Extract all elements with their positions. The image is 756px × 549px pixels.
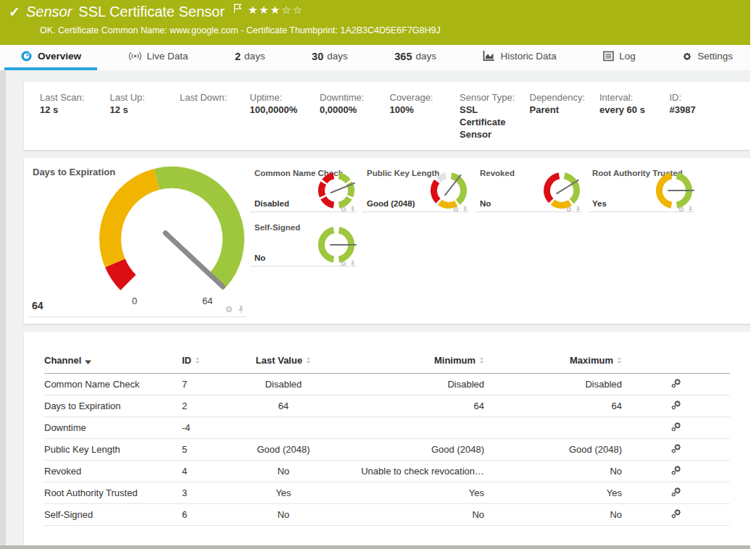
- col-header-last-value[interactable]: Last Value: [233, 351, 334, 374]
- channel-settings-gears-icon[interactable]: [670, 464, 682, 476]
- col-header-minimum[interactable]: Minimum: [334, 351, 484, 374]
- tab-live-data[interactable]: Live Data: [112, 45, 204, 70]
- gauge-pin-icon[interactable]: [237, 303, 246, 317]
- channel-maximum: Disabled: [484, 374, 622, 395]
- channel-id: 2: [182, 395, 233, 417]
- gauge-gear-icon[interactable]: [340, 203, 347, 216]
- object-kind-label: Sensor: [26, 4, 72, 20]
- channel-id: 5: [182, 439, 233, 461]
- channel-row-revoked: Revoked4NoUnable to check revocation…No: [44, 461, 730, 482]
- info-id: ID:#3987: [670, 91, 740, 150]
- col-header-id[interactable]: ID: [182, 351, 233, 374]
- info-sensor-type: Sensor Type:SSL Certificate Sensor: [460, 91, 530, 150]
- mini-gauge-panel-public-key-length: Public Key LengthGood (2048): [362, 165, 469, 212]
- channel-id: 6: [182, 504, 233, 526]
- channel-name: Downtime: [44, 417, 182, 439]
- info-downtime: Downtime:0,0000%: [320, 91, 390, 150]
- info-dependency: Dependency:Parent: [530, 91, 600, 150]
- channel-minimum: Yes: [334, 482, 484, 504]
- channel-minimum: Good (2048): [334, 439, 484, 461]
- sensor-title: SSL Certificate Sensor: [78, 4, 225, 20]
- mini-gauge-panel-common-name-check: Common Name CheckDisabled: [250, 165, 357, 212]
- mini-gauge-title: Revoked: [480, 169, 515, 177]
- gauge-gear-icon[interactable]: [678, 203, 685, 216]
- channel-name: Self-Signed: [44, 504, 182, 526]
- info-uptime: Uptime:100,0000%: [250, 91, 320, 150]
- channel-name: Public Key Length: [44, 439, 182, 461]
- gauge-gear-icon[interactable]: [340, 257, 347, 270]
- mini-gauge-panel-root-authority-trusted: Root Authority TrustedYes: [588, 165, 694, 212]
- channel-settings-cell: [622, 504, 730, 526]
- panel-divider: [29, 317, 246, 317]
- mini-gauge-value: Good (2048): [367, 199, 415, 208]
- channel-name: Days to Expiration: [44, 395, 182, 417]
- channel-settings-cell: [622, 417, 730, 439]
- tab-settings[interactable]: Settings: [666, 45, 749, 70]
- mini-gauge-value: Yes: [592, 199, 607, 208]
- gauge-pin-icon[interactable]: [462, 203, 469, 216]
- gauges-panel: Days to Expiration06464Common Name Check…: [24, 158, 750, 324]
- channel-settings-cell: [622, 439, 730, 461]
- channel-minimum: [334, 417, 484, 439]
- gauge-pin-icon[interactable]: [575, 203, 582, 216]
- channel-settings-gears-icon[interactable]: [670, 508, 682, 519]
- channel-minimum: No: [334, 504, 484, 526]
- channel-settings-gears-icon[interactable]: [670, 443, 682, 454]
- channel-row-root-authority-trusted: Root Authority Trusted3YesYesYes: [44, 482, 730, 504]
- channel-last-value: Yes: [233, 482, 334, 504]
- channel-settings-cell: [622, 482, 730, 504]
- live-icon: [128, 51, 142, 62]
- gauge-max-label: 64: [202, 296, 212, 306]
- sort-icon[interactable]: [479, 356, 484, 366]
- gauge-pin-icon[interactable]: [349, 257, 357, 270]
- channel-row-common-name-check: Common Name Check7DisabledDisabledDisabl…: [44, 374, 730, 395]
- sensor-status-message: OK. Certificate Common Name: www.google.…: [40, 25, 441, 35]
- sort-icon[interactable]: [617, 356, 622, 366]
- info-last-up: Last Up:12 s: [110, 91, 180, 150]
- info-interval: Interval:every 60 s: [599, 91, 670, 150]
- sensor-header: ✓ Sensor SSL Certificate Sensor ★★★☆☆ OK…: [0, 0, 750, 45]
- tab-historic-data[interactable]: Historic Data: [467, 45, 572, 70]
- gauge-gear-icon[interactable]: [565, 203, 573, 216]
- priority-stars[interactable]: ★★★☆☆: [248, 4, 304, 17]
- channels-card: ChannelIDLast ValueMinimumMaximum Common…: [24, 332, 750, 545]
- tab-overview[interactable]: Overview: [4, 45, 97, 70]
- days-to-expiration-gauge: [92, 163, 252, 308]
- gauge-gear-icon[interactable]: [452, 203, 460, 216]
- channel-settings-gears-icon[interactable]: [670, 399, 682, 411]
- channel-maximum: Yes: [484, 482, 622, 504]
- channel-settings-gears-icon[interactable]: [670, 421, 682, 432]
- channel-settings-cell: [622, 374, 730, 395]
- channel-settings-gears-icon[interactable]: [670, 486, 682, 498]
- channel-settings-gears-icon[interactable]: [670, 377, 682, 389]
- col-header-channel[interactable]: Channel: [44, 351, 182, 374]
- channel-minimum: 64: [334, 395, 484, 417]
- sort-icon[interactable]: [195, 356, 200, 366]
- gauge-gear-icon[interactable]: [225, 303, 233, 317]
- channel-id: 3: [182, 482, 233, 504]
- info-last-down: Last Down:: [180, 91, 250, 150]
- status-ok-icon: ✓: [9, 4, 20, 20]
- channel-last-value: Good (2048): [233, 439, 334, 461]
- channel-settings-cell: [622, 461, 730, 482]
- gauge-pin-icon[interactable]: [687, 203, 694, 216]
- col-header-actions: [622, 351, 730, 374]
- channel-minimum: Disabled: [334, 374, 484, 395]
- tab-log[interactable]: Log: [587, 45, 652, 70]
- sort-desc-icon[interactable]: [85, 356, 91, 366]
- col-header-maximum[interactable]: Maximum: [484, 351, 622, 374]
- channel-last-value: No: [233, 504, 334, 526]
- flag-icon[interactable]: [233, 3, 242, 16]
- tab-365-days[interactable]: 365days: [378, 45, 452, 70]
- channel-id: 4: [182, 461, 233, 482]
- mini-gauge-panel-revoked: RevokedNo: [475, 165, 582, 212]
- channel-name: Root Authority Trusted: [44, 482, 182, 504]
- tab-2-days[interactable]: 2days: [219, 45, 281, 70]
- log-icon: [603, 51, 614, 62]
- gauge-pin-icon[interactable]: [349, 203, 357, 216]
- info-last-scan: Last Scan:12 s: [40, 91, 110, 150]
- channel-minimum: Unable to check revocation…: [334, 461, 484, 482]
- tab-30-days[interactable]: 30days: [296, 45, 364, 70]
- bottom-strip: [0, 545, 750, 549]
- sort-icon[interactable]: [306, 356, 311, 366]
